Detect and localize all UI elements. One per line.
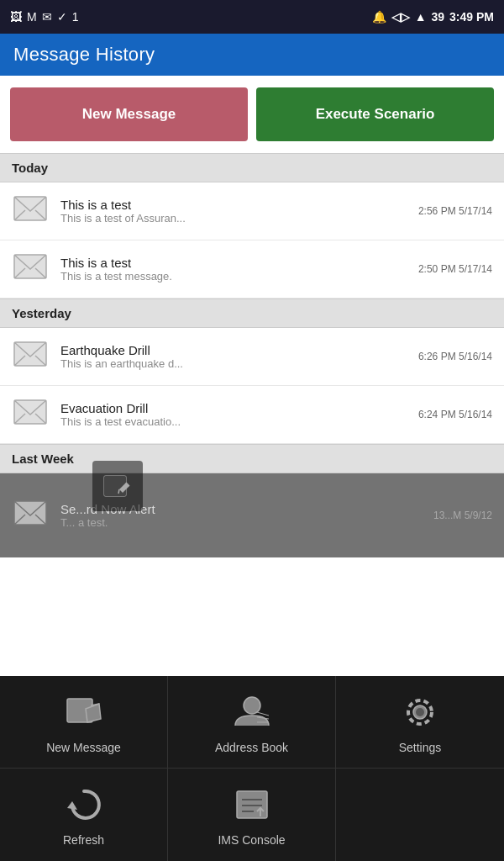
nav-label-ims-console: IMS Console [218, 833, 285, 847]
svg-point-23 [244, 697, 260, 714]
message-content: This is a test This is a test message. [60, 256, 407, 283]
message-preview: This is a test message. [60, 270, 407, 283]
overlay-message-preview: T... a test. [60, 516, 422, 529]
message-title: Evacuation Drill [60, 401, 407, 415]
check-icon: ✓ [57, 10, 67, 24]
list-item[interactable]: Evacuation Drill This is a test evacuati… [0, 386, 504, 444]
message-title: Earthquake Drill [60, 343, 407, 357]
execute-scenario-button[interactable]: Execute Scenario [256, 87, 494, 141]
message-time: 2:56 PM 5/17/14 [418, 205, 492, 217]
nav-item-refresh[interactable]: Refresh [0, 769, 168, 861]
app-header: Message History [0, 34, 504, 76]
nav-label-new-message: New Message [46, 741, 121, 754]
message-icon [12, 396, 49, 433]
status-icons-left: 🖼 M ✉ ✓ 1 [10, 10, 78, 24]
page-title: Message History [13, 44, 491, 66]
nav-label-refresh: Refresh [63, 833, 104, 847]
message-content: This is a test This is a test of Assuran… [60, 198, 407, 224]
edit-icon-overlay [92, 461, 143, 511]
nav-label-settings: Settings [399, 741, 442, 754]
nav-item-new-message[interactable]: New Message [0, 676, 168, 769]
number-icon: 1 [72, 10, 79, 24]
last-week-section: Last Week Se...rd Now Alert T... a test.… [0, 444, 504, 557]
svg-marker-30 [67, 801, 77, 810]
bottom-nav: New Message Address Book Settings Refres… [0, 676, 504, 861]
message-title: This is a test [60, 256, 407, 270]
message-content: Evacuation Drill This is a test evacuati… [60, 401, 407, 428]
message-icon [12, 338, 49, 375]
message-preview: This is a test evacuatio... [60, 415, 407, 428]
time-display: 3:49 PM [449, 10, 494, 24]
list-item[interactable]: This is a test This is a test of Assuran… [0, 182, 504, 240]
svg-point-29 [416, 708, 424, 716]
today-header: Today [0, 153, 504, 182]
message-time: 6:26 PM 5/16/14 [418, 351, 492, 362]
yesterday-header: Yesterday [0, 298, 504, 328]
bell-icon: 🔔 [372, 10, 386, 24]
message-icon [12, 497, 49, 534]
new-message-button[interactable]: New Message [10, 87, 248, 141]
message-preview: This is a test of Assuran... [60, 212, 407, 224]
email-icon: ✉ [42, 10, 52, 24]
last-week-header: Last Week [0, 444, 504, 473]
today-section: Today This is a test This is a test of A… [0, 153, 504, 298]
wifi-icon: ◁▷ [391, 10, 410, 24]
nav-item-address-book[interactable]: Address Book [168, 676, 336, 769]
nav-item-ims-console[interactable]: IMS Console [168, 769, 336, 861]
battery-icon: 39 [432, 10, 445, 24]
message-content: Earthquake Drill This is an earthquake d… [60, 343, 407, 370]
message-time: 2:50 PM 5/17/14 [418, 263, 492, 275]
svg-line-24 [257, 712, 269, 716]
last-week-overlay[interactable]: Se...rd Now Alert T... a test. 13...M 5/… [0, 473, 504, 557]
list-item[interactable]: This is a test This is a test message. 2… [0, 240, 504, 298]
yesterday-section: Yesterday Earthquake Drill This is an ea… [0, 298, 504, 444]
message-preview: This is an earthquake d... [60, 357, 407, 370]
list-item[interactable]: Earthquake Drill This is an earthquake d… [0, 328, 504, 386]
image-icon: 🖼 [10, 10, 22, 24]
message-icon [12, 193, 49, 230]
signal-icon: ▲ [415, 10, 427, 24]
message-time: 6:24 PM 5/16/14 [418, 409, 492, 420]
status-bar: 🖼 M ✉ ✓ 1 🔔 ◁▷ ▲ 39 3:49 PM [0, 0, 504, 34]
action-buttons-row: New Message Execute Scenario [0, 76, 504, 153]
nav-label-address-book: Address Book [215, 741, 288, 754]
message-icon [12, 251, 49, 288]
svg-line-19 [118, 489, 119, 494]
overlay-message-time: 13...M 5/9/12 [433, 510, 492, 521]
gmail-icon: M [27, 10, 37, 24]
message-title: This is a test [60, 198, 407, 212]
nav-item-settings[interactable]: Settings [336, 676, 504, 769]
status-icons-right: 🔔 ◁▷ ▲ 39 3:49 PM [372, 10, 494, 24]
